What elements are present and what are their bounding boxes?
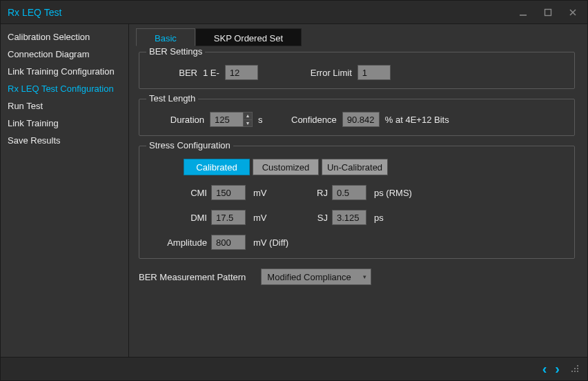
amplitude-input[interactable] [211, 235, 246, 250]
sidebar-item-save-results[interactable]: Save Results [1, 132, 128, 149]
legend-ber-settings: BER Settings [146, 46, 205, 57]
nav-next-button[interactable]: › [553, 361, 561, 377]
amplitude-label: Amplitude [149, 237, 211, 248]
stress-mode-uncalibrated[interactable]: Un-Calibrated [322, 159, 388, 175]
stress-mode-calibrated[interactable]: Calibrated [184, 159, 250, 175]
group-test-length: Test Length Duration ▲ ▼ s Confidence % [139, 99, 575, 136]
ber-prefix: 1 E- [203, 68, 219, 78]
rj-label: RJ [291, 188, 332, 198]
svg-rect-1 [545, 9, 551, 15]
confidence-suffix: % at 4E+12 Bits [385, 115, 449, 125]
sidebar-item-run-test[interactable]: Run Test [1, 97, 128, 115]
ber-pattern-value: Modified Compliance [267, 272, 351, 282]
legend-test-length: Test Length [146, 93, 198, 104]
cmi-label: CMI [149, 188, 211, 198]
ber-exponent-input[interactable] [225, 65, 258, 80]
confidence-label: Confidence [291, 115, 337, 125]
error-limit-label: Error Limit [311, 68, 352, 78]
minimize-button[interactable] [518, 8, 531, 17]
confidence-input[interactable] [342, 112, 380, 127]
dmi-input[interactable] [211, 210, 246, 225]
tab-skp-ordered-set[interactable]: SKP Ordered Set [195, 28, 302, 46]
duration-label: Duration [149, 115, 204, 125]
tab-basic[interactable]: Basic [136, 28, 195, 46]
sidebar-item-connection-diagram[interactable]: Connection Diagram [1, 46, 128, 63]
cmi-input[interactable] [211, 185, 246, 200]
rj-unit: ps (RMS) [370, 188, 418, 198]
chevron-down-icon: ▾ [363, 273, 366, 280]
duration-unit: s [258, 115, 268, 125]
duration-step-up[interactable]: ▲ [244, 113, 252, 120]
ber-label: BER [149, 68, 197, 78]
sidebar: Calibration Selection Connection Diagram… [1, 24, 129, 357]
sidebar-item-link-training[interactable]: Link Training [1, 115, 128, 132]
nav-prev-button[interactable]: ‹ [541, 361, 549, 377]
sidebar-item-rx-leq-test-configuration[interactable]: Rx LEQ Test Configuration [1, 80, 128, 97]
duration-step-down[interactable]: ▼ [244, 120, 252, 127]
duration-spinner[interactable]: ▲ ▼ [210, 112, 253, 127]
legend-stress: Stress Configuration [146, 140, 233, 150]
sj-input[interactable] [332, 210, 366, 225]
resize-grip[interactable] [571, 364, 580, 374]
group-stress-configuration: Stress Configuration Calibrated Customiz… [139, 146, 575, 259]
main-panel: Basic SKP Ordered Set BER Settings BER 1… [129, 24, 587, 357]
sidebar-item-calibration-selection[interactable]: Calibration Selection [1, 28, 128, 46]
dmi-unit: mV [249, 213, 291, 223]
window-controls [518, 8, 580, 17]
window-title: Rx LEQ Test [8, 7, 61, 18]
rj-input[interactable] [332, 185, 366, 200]
group-ber-settings: BER Settings BER 1 E- Error Limit [139, 52, 575, 89]
cmi-unit: mV [249, 188, 291, 198]
sidebar-item-link-training-configuration[interactable]: Link Training Configuration [1, 63, 128, 80]
sj-label: SJ [291, 213, 332, 223]
footer: ‹ › [1, 357, 587, 380]
stress-mode-segment: Calibrated Customized Un-Calibrated [184, 159, 565, 175]
titlebar: Rx LEQ Test [1, 1, 587, 24]
tab-bar: Basic SKP Ordered Set [129, 24, 587, 46]
sj-unit: ps [370, 213, 418, 223]
error-limit-input[interactable] [357, 65, 391, 80]
duration-input[interactable] [210, 112, 243, 127]
close-button[interactable] [568, 8, 580, 17]
ber-pattern-combo[interactable]: Modified Compliance ▾ [261, 268, 371, 285]
ber-pattern-label: BER Measurement Pattern [139, 272, 246, 282]
dmi-label: DMI [149, 213, 211, 223]
amplitude-unit: mV (Diff) [249, 237, 291, 248]
stress-mode-customized[interactable]: Customized [253, 159, 319, 175]
maximize-button[interactable] [543, 8, 556, 17]
